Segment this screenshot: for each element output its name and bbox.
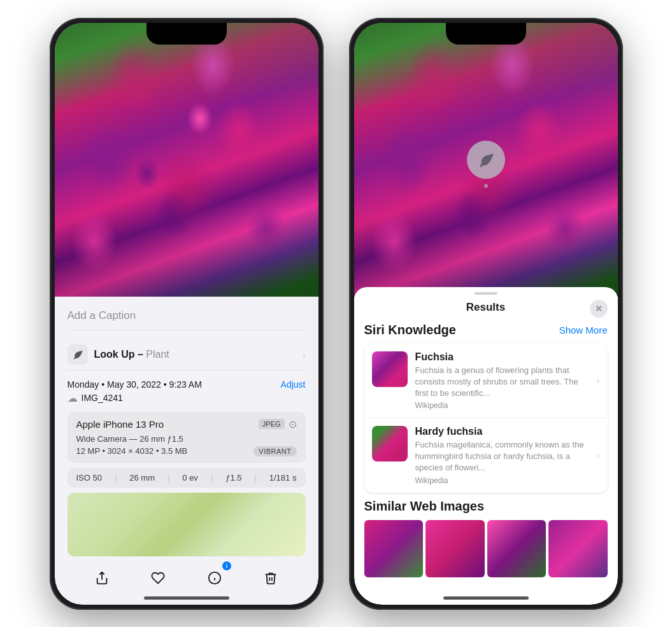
date-label: Monday • May 30, 2022 • 9:23 AM [68,379,202,390]
toolbar: i [55,564,318,592]
device-badges: JPEG ⊙ [259,418,297,430]
close-button[interactable]: ✕ [590,300,608,318]
similar-image-1[interactable] [364,520,424,577]
device-section: Apple iPhone 13 Pro JPEG ⊙ Wide Camera —… [68,412,306,463]
hardy-fuchsia-thumbnail [372,426,408,461]
exif-iso: ISO 50 [76,473,102,483]
siri-knowledge-header: Siri Knowledge Show More [364,323,608,337]
results-content: Siri Knowledge Show More Fuchsia Fuchsia… [354,320,618,600]
home-indicator-right [443,596,529,600]
fuchsia-description: Fuchsia is a genus of flowering plants t… [415,365,589,400]
look-up-row[interactable]: Look Up – Plant › [68,339,306,370]
format-badge: JPEG [259,419,285,429]
flower-photo[interactable] [55,23,318,297]
exif-shutter: 1/181 s [269,473,297,483]
similar-image-4[interactable] [548,520,608,577]
notch [446,23,526,45]
results-header: Results ✕ [354,301,618,320]
leaf-icon [72,349,83,360]
vi-bubble [467,141,505,179]
similar-images-title: Similar Web Images [364,499,608,514]
camera-specs-1: Wide Camera — 26 mm ƒ1.5 [76,434,297,444]
exif-mm: 26 mm [129,473,155,483]
filename-row: ☁ IMG_4241 [68,392,306,404]
vibrant-badge: VIBRANT [254,446,296,456]
heart-icon [151,571,165,585]
drag-handle [475,292,497,295]
look-up-chevron: › [303,349,306,360]
fuchsia-source: Wikipedia [415,401,589,410]
share-icon [95,571,109,585]
hardy-fuchsia-info: Hardy fuchsia Fuchsia magellanica, commo… [415,426,589,485]
results-panel: Results ✕ Siri Knowledge Show More [354,287,618,605]
hardy-fuchsia-item[interactable]: Hardy fuchsia Fuchsia magellanica, commo… [364,418,608,493]
adjust-button[interactable]: Adjust [281,379,306,390]
camera-specs-2: 12 MP • 3024 × 4032 • 3.5 MB [76,446,188,456]
fuchsia-name: Fuchsia [415,351,589,363]
siri-knowledge-title: Siri Knowledge [364,323,456,337]
similar-images-section: Similar Web Images [364,499,608,577]
show-more-button[interactable]: Show More [559,325,608,335]
share-button[interactable] [88,564,116,592]
fuchsia-chevron: › [597,376,600,386]
hardy-fuchsia-chevron: › [597,450,600,460]
hardy-fuchsia-description: Fuchsia magellanica, commonly known as t… [415,439,589,474]
info-icon [208,571,222,585]
info-blue-badge: i [222,561,231,570]
right-phone: Results ✕ Siri Knowledge Show More [349,18,623,610]
similar-images-row [364,520,608,577]
flower-photo-right [354,23,618,297]
left-phone: Add a Caption Look Up – Plant › [50,18,324,610]
siri-knowledge-card: Fuchsia Fuchsia is a genus of flowering … [364,344,608,493]
camera-settings-icon[interactable]: ⊙ [289,418,297,430]
look-up-label: Look Up – Plant [94,349,169,360]
notch [147,23,227,45]
heart-button[interactable] [144,564,172,592]
trash-button[interactable] [257,564,285,592]
similar-image-2[interactable] [425,520,485,577]
hardy-fuchsia-name: Hardy fuchsia [415,426,589,437]
info-button[interactable]: i [201,564,229,592]
exif-row: ISO 50 | 26 mm | 0 ev | ƒ1.5 | 1/181 s [68,468,306,488]
fuchsia-info: Fuchsia Fuchsia is a genus of flowering … [415,351,589,411]
date-row: Monday • May 30, 2022 • 9:23 AM Adjust [68,379,306,390]
similar-image-3[interactable] [487,520,547,577]
leaf-icon-container [68,344,88,365]
fuchsia-thumbnail [372,351,408,387]
device-row: Apple iPhone 13 Pro JPEG ⊙ [76,418,297,430]
hardy-fuchsia-source: Wikipedia [415,476,589,485]
map-preview[interactable] [68,493,306,556]
caption-input[interactable]: Add a Caption [68,307,306,330]
camera-specs-2-row: 12 MP • 3024 × 4032 • 3.5 MB VIBRANT [76,446,297,456]
device-name: Apple iPhone 13 Pro [76,419,164,430]
exif-ev: 0 ev [182,473,198,483]
trash-icon [264,571,278,585]
filename-label: IMG_4241 [82,393,123,403]
info-panel: Add a Caption Look Up – Plant › [55,297,318,605]
meta-section: Monday • May 30, 2022 • 9:23 AM Adjust ☁… [68,379,306,404]
exif-aperture: ƒ1.5 [225,473,241,483]
fuchsia-item[interactable]: Fuchsia Fuchsia is a genus of flowering … [364,344,608,419]
cloud-icon: ☁ [68,392,78,404]
home-indicator [144,596,229,600]
results-title: Results [466,301,505,314]
leaf-vi-icon [477,151,495,169]
